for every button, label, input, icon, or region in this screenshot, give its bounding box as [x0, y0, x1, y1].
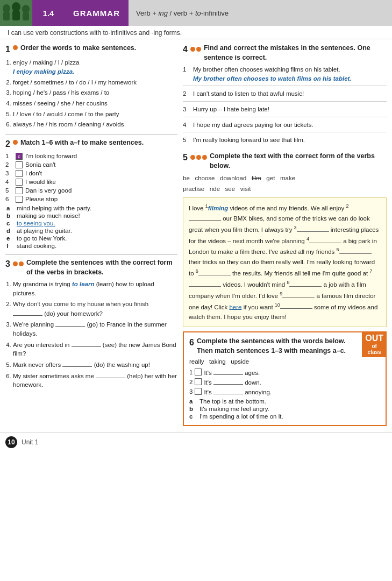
checkbox-4[interactable] [16, 179, 23, 186]
ex4-title: 4 Find and correct the mistakes in the s… [183, 44, 387, 62]
exercise-3: 3 Complete the sentences with the correc… [5, 258, 177, 389]
svg-rect-2 [3, 12, 10, 20]
match-item-1: 1 c I'm looking forward [5, 153, 177, 160]
match-item-4: 4 I would like [5, 179, 177, 186]
ex3-item-4: Are you interested in (see) the new Jame… [13, 340, 177, 358]
blank-5-9[interactable] [282, 291, 315, 298]
checkbox-6-1[interactable] [195, 369, 202, 375]
blank-3-3[interactable] [55, 320, 85, 327]
dot-orange-2 [13, 140, 18, 145]
page-number: 10 [5, 436, 17, 448]
blank-3-6[interactable] [96, 371, 125, 378]
blank-5-2[interactable] [189, 214, 221, 221]
ex1-item-1: enjoy / making / I / pizza I enjoy makin… [13, 58, 177, 76]
dot-orange-4b [196, 47, 201, 52]
ex3-item-6: My sister sometimes asks me (help) her w… [13, 371, 177, 389]
ex3-item-2: Why don't you come to my house when you … [13, 300, 177, 318]
ex1-title: 1 Order the words to make sentences. [5, 44, 177, 55]
unit-badge: 1.4 [32, 0, 65, 26]
checkbox-1[interactable]: c [16, 153, 23, 160]
section-label: GRAMMAR [65, 0, 129, 26]
dot-orange-5a [190, 155, 195, 160]
ex4-item-4: 4 I hope my dad agrees paying for our ti… [183, 121, 387, 133]
svg-point-1 [3, 4, 10, 13]
page-footer: 10 Unit 1 [0, 433, 392, 451]
answer-d: d at playing the guitar. [6, 228, 177, 234]
ex6-title: 6 Complete the sentences with the words … [189, 337, 380, 356]
blank-5-5[interactable] [339, 247, 372, 254]
ex2-match-list: 1 c I'm looking forward 2 Sonia can't 3 … [5, 153, 177, 203]
answer-b: b making so much noise! [6, 212, 177, 219]
here-link[interactable]: here [229, 303, 241, 310]
blank-3-2[interactable] [13, 309, 42, 316]
ex5-text-box: I love 1filming videos of me and my frie… [183, 197, 387, 327]
answer-a: a mind helping with the party. [6, 205, 177, 211]
dot-orange-5b [196, 155, 201, 160]
svg-rect-6 [23, 12, 29, 20]
blank-3-4[interactable] [72, 340, 101, 347]
svg-point-5 [22, 5, 30, 13]
meaning-a: a The top is at the bottom. [189, 398, 380, 405]
dot-orange [13, 45, 18, 50]
ex6-sentences: 1 It's ages. 2 It's down. 3 It's annoyin… [189, 368, 380, 395]
ex1-item-2: forget / sometimes / to / do / I / my ho… [13, 78, 177, 87]
blank-6-2[interactable] [213, 378, 243, 385]
exercise-4: 4 Find and correct the mistakes in the s… [183, 44, 387, 147]
checkbox-2[interactable] [16, 161, 23, 168]
ex4-item-2: 2 I can't stand to listen to that awful … [183, 89, 387, 102]
ex5-title: 5 Complete the text with the correct for… [183, 152, 387, 171]
dot-orange-3a [13, 261, 18, 266]
ex4-item-3: 3 Hurry up – I hate being late! [183, 105, 387, 117]
exercise-1: 1 Order the words to make sentences. enj… [5, 44, 177, 129]
ex1-item-3: hoping / he's / pass / his exams / to [13, 88, 177, 97]
match-item-2: 2 Sonia can't [5, 161, 177, 168]
divider-1 [5, 134, 177, 135]
checkbox-5[interactable] [16, 187, 23, 194]
match-item-6: 6 Please stop [5, 196, 177, 203]
header-image [0, 0, 32, 26]
meaning-b: b It's making me feel angry. [189, 406, 380, 412]
ex3-item-5: Mark never offers (do) the washing up! [13, 360, 177, 370]
ex3-item-1: My grandma is trying to learn (learn) ho… [13, 280, 177, 297]
blank-5-8[interactable] [289, 280, 322, 287]
answer-e: e to go to New York. [6, 235, 177, 242]
checkbox-6-3[interactable] [195, 388, 202, 395]
ex1-answer-1: I enjoy making pizza. [13, 68, 74, 75]
ex3-list: My grandma is trying to learn (learn) ho… [5, 280, 177, 389]
exercise-2: 2 Match 1–6 with a–f to make sentences. … [5, 138, 177, 249]
checkbox-3[interactable] [16, 170, 23, 177]
ex1-item-4: misses / seeing / she / her cousins [13, 99, 177, 108]
ex4-item-1: 1 My brother often chooses watching film… [183, 65, 387, 86]
blank-5-7[interactable] [189, 280, 221, 287]
checkbox-6[interactable] [16, 196, 23, 203]
subheader-text: I can use verb constructions with to-inf… [0, 26, 392, 39]
ex1-item-6: always / he / his room / cleaning / avoi… [13, 120, 177, 129]
ex6-sentence-3: 3 It's annoying. [189, 387, 380, 395]
blank-5-4[interactable] [309, 236, 341, 243]
ex1-list: enjoy / making / I / pizza I enjoy makin… [5, 58, 177, 129]
footer-unit: Unit 1 [22, 438, 38, 446]
meaning-c: c I'm spending a lot of time on it. [189, 413, 380, 420]
checkbox-6-2[interactable] [195, 378, 202, 385]
title-text: Verb + ing / verb + to-infinitive [136, 9, 229, 17]
out-badge: OUTofclass [362, 331, 387, 357]
dot-orange-4a [190, 47, 195, 52]
match-item-5: 5 Dan is very good [5, 187, 177, 194]
ex6-sentence-2: 2 It's down. [189, 378, 380, 386]
blank-5-10[interactable] [280, 302, 312, 309]
ex6-sentence-1: 1 It's ages. [189, 368, 380, 376]
exercise-6: OUTofclass 6 Complete the sentences with… [183, 331, 387, 426]
blank-6-1[interactable] [213, 368, 243, 375]
blank-6-3[interactable] [213, 387, 243, 394]
main-content: 1 Order the words to make sentences. enj… [0, 39, 392, 430]
divider-2 [5, 254, 177, 255]
right-column: 4 Find and correct the mistakes in the s… [183, 44, 387, 426]
ex2-answers: a mind helping with the party. b making … [5, 205, 177, 249]
match-item-3: 3 I don't [5, 170, 177, 177]
blank-3-5[interactable] [62, 360, 92, 367]
answer-f: f stand cooking. [6, 243, 177, 249]
blank-5-6[interactable] [198, 268, 231, 275]
ex6-word-bank: really taking upside [189, 358, 380, 365]
dot-orange-5c [202, 155, 207, 160]
blank-5-3[interactable] [297, 225, 329, 232]
